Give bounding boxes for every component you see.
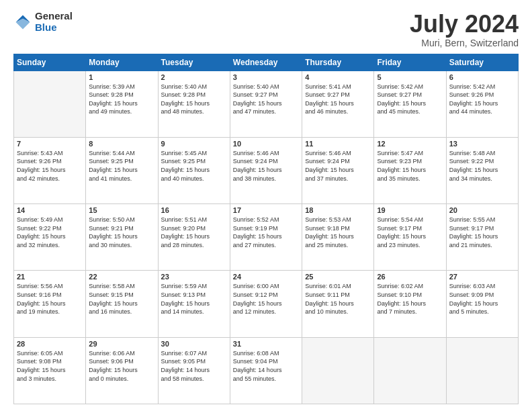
day-cell: 31Sunrise: 6:08 AMSunset: 9:04 PMDayligh…	[230, 337, 302, 404]
day-cell: 8Sunrise: 5:44 AMSunset: 9:25 PMDaylight…	[86, 137, 158, 203]
day-cell: 4Sunrise: 5:41 AMSunset: 9:27 PMDaylight…	[302, 71, 374, 137]
header-row: SundayMondayTuesdayWednesdayThursdayFrid…	[14, 54, 519, 71]
day-number: 14	[17, 206, 83, 214]
day-cell: 28Sunrise: 6:05 AMSunset: 9:08 PMDayligh…	[14, 337, 86, 404]
day-number: 28	[17, 340, 83, 348]
day-number: 25	[305, 273, 371, 281]
calendar-header: SundayMondayTuesdayWednesdayThursdayFrid…	[14, 54, 519, 71]
day-number: 18	[305, 206, 371, 214]
day-number: 1	[89, 73, 154, 81]
day-info: Sunrise: 5:58 AMSunset: 9:15 PMDaylight:…	[89, 282, 154, 316]
day-cell: 16Sunrise: 5:51 AMSunset: 9:20 PMDayligh…	[158, 204, 230, 271]
day-number: 27	[449, 273, 515, 281]
header-cell-thursday: Thursday	[302, 54, 374, 71]
day-info: Sunrise: 6:06 AMSunset: 9:06 PMDaylight:…	[89, 349, 154, 383]
subtitle: Muri, Bern, Switzerland	[410, 38, 519, 48]
day-info: Sunrise: 5:43 AMSunset: 9:26 PMDaylight:…	[17, 149, 83, 183]
logo-text: General Blue	[35, 11, 73, 33]
day-info: Sunrise: 5:50 AMSunset: 9:21 PMDaylight:…	[89, 216, 154, 249]
header-cell-sunday: Sunday	[14, 54, 86, 71]
day-info: Sunrise: 5:48 AMSunset: 9:22 PMDaylight:…	[449, 149, 515, 183]
day-cell: 5Sunrise: 5:42 AMSunset: 9:27 PMDaylight…	[374, 71, 446, 137]
day-info: Sunrise: 6:07 AMSunset: 9:05 PMDaylight:…	[161, 349, 227, 383]
day-number: 6	[449, 73, 515, 81]
day-number: 10	[233, 140, 299, 148]
day-cell: 25Sunrise: 6:01 AMSunset: 9:11 PMDayligh…	[302, 271, 374, 337]
day-cell: 1Sunrise: 5:39 AMSunset: 9:28 PMDaylight…	[86, 71, 158, 137]
day-number: 8	[89, 140, 154, 148]
day-info: Sunrise: 5:46 AMSunset: 9:24 PMDaylight:…	[305, 149, 371, 183]
day-number: 7	[17, 140, 83, 148]
day-info: Sunrise: 6:03 AMSunset: 9:09 PMDaylight:…	[449, 282, 515, 316]
day-number: 24	[233, 273, 299, 281]
day-cell: 19Sunrise: 5:54 AMSunset: 9:17 PMDayligh…	[374, 204, 446, 271]
day-info: Sunrise: 5:40 AMSunset: 9:27 PMDaylight:…	[233, 83, 299, 116]
day-cell: 21Sunrise: 5:56 AMSunset: 9:16 PMDayligh…	[14, 271, 86, 337]
day-number: 12	[377, 140, 443, 148]
day-info: Sunrise: 5:49 AMSunset: 9:22 PMDaylight:…	[17, 216, 83, 249]
day-cell: 10Sunrise: 5:46 AMSunset: 9:24 PMDayligh…	[230, 137, 302, 203]
day-number: 9	[161, 140, 227, 148]
day-info: Sunrise: 5:55 AMSunset: 9:17 PMDaylight:…	[449, 216, 515, 249]
week-row-2: 7Sunrise: 5:43 AMSunset: 9:26 PMDaylight…	[14, 137, 519, 203]
day-info: Sunrise: 6:05 AMSunset: 9:08 PMDaylight:…	[17, 349, 83, 383]
day-number: 11	[305, 140, 371, 148]
day-info: Sunrise: 5:42 AMSunset: 9:26 PMDaylight:…	[449, 83, 515, 116]
day-cell: 22Sunrise: 5:58 AMSunset: 9:15 PMDayligh…	[86, 271, 158, 337]
day-info: Sunrise: 5:41 AMSunset: 9:27 PMDaylight:…	[305, 83, 371, 116]
page: General Blue July 2024 Muri, Bern, Switz…	[0, 0, 532, 411]
day-cell: 11Sunrise: 5:46 AMSunset: 9:24 PMDayligh…	[302, 137, 374, 203]
day-info: Sunrise: 6:02 AMSunset: 9:10 PMDaylight:…	[377, 282, 443, 316]
week-row-5: 28Sunrise: 6:05 AMSunset: 9:08 PMDayligh…	[14, 337, 519, 404]
main-title: July 2024	[410, 11, 519, 38]
day-number: 19	[377, 206, 443, 214]
day-cell	[302, 337, 374, 404]
day-cell: 23Sunrise: 5:59 AMSunset: 9:13 PMDayligh…	[158, 271, 230, 337]
day-number: 15	[89, 206, 154, 214]
week-row-3: 14Sunrise: 5:49 AMSunset: 9:22 PMDayligh…	[14, 204, 519, 271]
day-cell: 12Sunrise: 5:47 AMSunset: 9:23 PMDayligh…	[374, 137, 446, 203]
day-info: Sunrise: 5:54 AMSunset: 9:17 PMDaylight:…	[377, 216, 443, 249]
day-cell: 14Sunrise: 5:49 AMSunset: 9:22 PMDayligh…	[14, 204, 86, 271]
day-info: Sunrise: 6:01 AMSunset: 9:11 PMDaylight:…	[305, 282, 371, 316]
day-cell: 26Sunrise: 6:02 AMSunset: 9:10 PMDayligh…	[374, 271, 446, 337]
day-number: 3	[233, 73, 299, 81]
day-number: 17	[233, 206, 299, 214]
day-cell	[374, 337, 446, 404]
header: General Blue July 2024 Muri, Bern, Switz…	[13, 11, 519, 48]
logo-icon	[13, 13, 32, 32]
day-info: Sunrise: 5:59 AMSunset: 9:13 PMDaylight:…	[161, 282, 227, 316]
day-cell	[14, 71, 86, 137]
day-cell: 3Sunrise: 5:40 AMSunset: 9:27 PMDaylight…	[230, 71, 302, 137]
day-info: Sunrise: 5:42 AMSunset: 9:27 PMDaylight:…	[377, 83, 443, 116]
day-info: Sunrise: 5:53 AMSunset: 9:18 PMDaylight:…	[305, 216, 371, 249]
day-info: Sunrise: 5:46 AMSunset: 9:24 PMDaylight:…	[233, 149, 299, 183]
day-number: 22	[89, 273, 154, 281]
day-number: 29	[89, 340, 154, 348]
day-cell: 20Sunrise: 5:55 AMSunset: 9:17 PMDayligh…	[446, 204, 518, 271]
day-cell: 9Sunrise: 5:45 AMSunset: 9:25 PMDaylight…	[158, 137, 230, 203]
day-info: Sunrise: 5:47 AMSunset: 9:23 PMDaylight:…	[377, 149, 443, 183]
day-info: Sunrise: 6:08 AMSunset: 9:04 PMDaylight:…	[233, 349, 299, 383]
title-block: July 2024 Muri, Bern, Switzerland	[410, 11, 519, 48]
day-number: 16	[161, 206, 227, 214]
day-cell: 7Sunrise: 5:43 AMSunset: 9:26 PMDaylight…	[14, 137, 86, 203]
week-row-4: 21Sunrise: 5:56 AMSunset: 9:16 PMDayligh…	[14, 271, 519, 337]
header-cell-friday: Friday	[374, 54, 446, 71]
day-cell: 6Sunrise: 5:42 AMSunset: 9:26 PMDaylight…	[446, 71, 518, 137]
day-cell: 18Sunrise: 5:53 AMSunset: 9:18 PMDayligh…	[302, 204, 374, 271]
header-cell-monday: Monday	[86, 54, 158, 71]
calendar-body: 1Sunrise: 5:39 AMSunset: 9:28 PMDaylight…	[14, 71, 519, 404]
day-info: Sunrise: 5:45 AMSunset: 9:25 PMDaylight:…	[161, 149, 227, 183]
day-number: 31	[233, 340, 299, 348]
day-cell: 30Sunrise: 6:07 AMSunset: 9:05 PMDayligh…	[158, 337, 230, 404]
logo-blue: Blue	[35, 22, 73, 34]
day-cell: 13Sunrise: 5:48 AMSunset: 9:22 PMDayligh…	[446, 137, 518, 203]
day-info: Sunrise: 5:39 AMSunset: 9:28 PMDaylight:…	[89, 83, 154, 116]
day-number: 21	[17, 273, 83, 281]
day-number: 20	[449, 206, 515, 214]
header-cell-saturday: Saturday	[446, 54, 518, 71]
day-number: 4	[305, 73, 371, 81]
day-number: 26	[377, 273, 443, 281]
day-info: Sunrise: 6:00 AMSunset: 9:12 PMDaylight:…	[233, 282, 299, 316]
